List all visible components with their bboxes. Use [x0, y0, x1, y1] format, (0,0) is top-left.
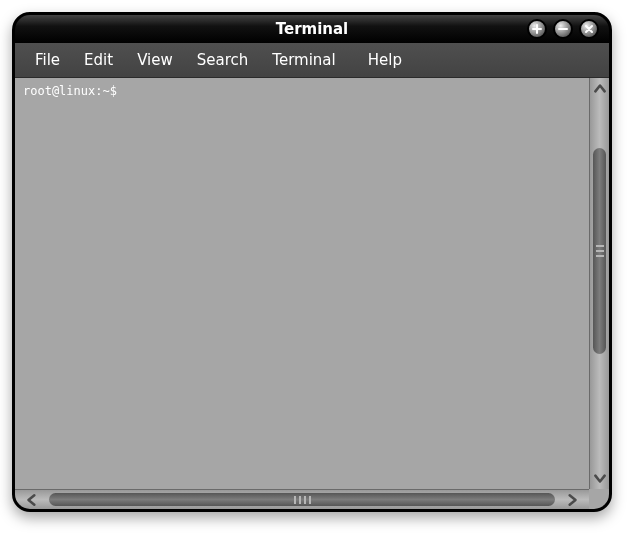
menubar: File Edit View Search Terminal Help — [15, 43, 609, 78]
bottom-scroll-row — [15, 489, 609, 509]
plus-icon — [532, 24, 542, 34]
vertical-scroll-thumb[interactable] — [593, 148, 606, 354]
window-title: Terminal — [276, 20, 349, 38]
scrollbar-corner — [589, 489, 609, 509]
scroll-left-button[interactable] — [15, 490, 49, 509]
horizontal-scrollbar[interactable] — [15, 489, 589, 509]
content-area: root@linux:~$ — [15, 78, 609, 489]
menu-help[interactable]: Help — [356, 47, 414, 73]
minimize-button[interactable] — [553, 19, 573, 39]
scroll-right-button[interactable] — [555, 490, 589, 509]
thumb-grip-icon — [294, 496, 311, 504]
menu-edit[interactable]: Edit — [72, 47, 125, 73]
thumb-grip-icon — [596, 245, 604, 257]
horizontal-scroll-track[interactable] — [49, 490, 555, 509]
window-controls — [527, 19, 599, 39]
titlebar[interactable]: Terminal — [15, 15, 609, 43]
menu-terminal[interactable]: Terminal — [260, 47, 347, 73]
vertical-scroll-track[interactable] — [590, 100, 609, 467]
scroll-up-button[interactable] — [590, 78, 609, 100]
new-tab-button[interactable] — [527, 19, 547, 39]
menu-file[interactable]: File — [23, 47, 72, 73]
terminal-body[interactable]: root@linux:~$ — [15, 78, 589, 489]
chevron-left-icon — [25, 493, 39, 507]
close-button[interactable] — [579, 19, 599, 39]
terminal-window: Terminal File Edit View Search Ter — [12, 12, 612, 512]
chevron-right-icon — [565, 493, 579, 507]
menu-view[interactable]: View — [125, 47, 185, 73]
minus-icon — [558, 24, 568, 34]
chevron-down-icon — [593, 471, 607, 485]
close-icon — [584, 24, 594, 34]
scroll-down-button[interactable] — [590, 467, 609, 489]
vertical-scrollbar[interactable] — [589, 78, 609, 489]
chevron-up-icon — [593, 82, 607, 96]
terminal-prompt: root@linux:~$ — [23, 84, 117, 98]
horizontal-scroll-thumb[interactable] — [49, 493, 555, 506]
menu-search[interactable]: Search — [185, 47, 261, 73]
